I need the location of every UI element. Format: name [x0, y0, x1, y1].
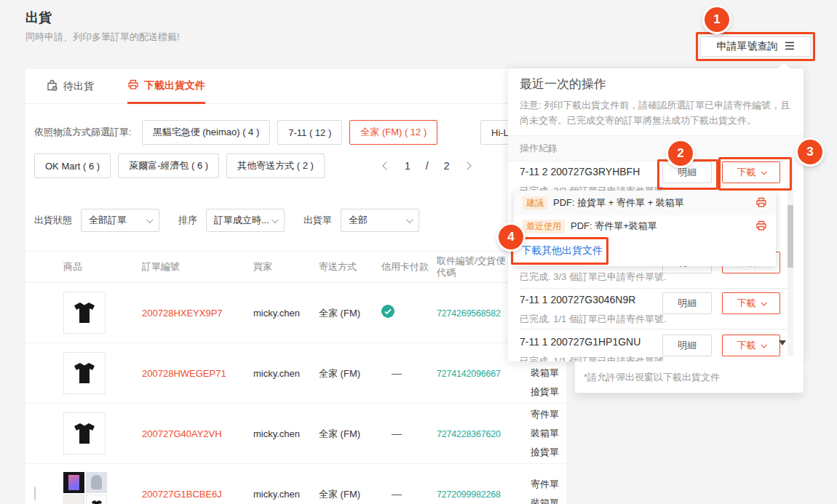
logistics-filter-row-2: OK Mart ( 6 ) 萊爾富-經濟包 ( 6 ) 其他寄送方式 ( 2 )…	[34, 153, 566, 178]
page-title: 出貨	[25, 9, 52, 26]
filter-okmart[interactable]: OK Mart ( 6 )	[34, 153, 111, 178]
step-badge-4: 4	[499, 225, 523, 249]
toolbar: 出貨狀態 全部訂單 排序 訂單成立時... 出貨單 全部	[34, 209, 438, 232]
scrollbar-thumb[interactable]	[788, 205, 793, 268]
header-product: 商品	[63, 260, 142, 273]
record-subtitle: 已完成. 1/1 個訂單已申請寄件單號.	[520, 355, 667, 361]
download-button[interactable]: 下載	[722, 335, 780, 356]
printer-icon	[755, 196, 767, 210]
order-id-link[interactable]: 200727G1BCBE6J	[142, 489, 222, 500]
divider	[520, 329, 792, 329]
filter-hilife-economy[interactable]: 萊爾富-經濟包 ( 6 )	[118, 153, 219, 178]
scroll-down-icon[interactable]	[779, 340, 786, 345]
chevron-down-icon	[146, 216, 154, 223]
chevron-down-icon	[761, 300, 766, 305]
detail-button[interactable]: 明細	[662, 335, 712, 356]
shipping-method: 全家 (FM)	[319, 308, 360, 319]
record-title: 7-11 1 200727G1HP1GNU	[520, 336, 640, 348]
step-badge-2: 2	[668, 141, 693, 166]
doc-line: 裝箱單	[531, 364, 566, 383]
current-page: 1	[405, 160, 410, 172]
tshirt-image	[70, 359, 99, 388]
step-badge-3: 3	[798, 140, 822, 164]
status-value: 全部訂單	[89, 214, 127, 227]
step-badge-1: 1	[705, 7, 729, 32]
menu-item-pdf-all[interactable]: 建議 PDF: 撿貨單 + 寄件單 + 裝箱單	[514, 191, 776, 215]
popup-footer-note: *請允許彈出視窗以下載出貨文件	[584, 371, 720, 384]
header-credit-card: 信用卡付款	[381, 260, 437, 273]
chevron-down-icon	[406, 216, 413, 223]
chevron-down-icon	[271, 216, 279, 223]
popup-note: 注意: 列印下載出貨文件前，請確認所選訂單已申請寄件編號，且尚未交寄。已完成交寄…	[520, 97, 792, 128]
sort-select[interactable]: 訂單成立時...	[206, 209, 285, 232]
filter-711[interactable]: 7-11 ( 12 )	[277, 120, 342, 145]
filter-familymart[interactable]: 全家 (FM) ( 12 )	[349, 120, 437, 145]
order-id-link[interactable]: 200727G40AY2VH	[142, 428, 222, 439]
menu-item-pdf-recent[interactable]: 最近使用 PDF: 寄件單+裝箱單	[514, 215, 776, 237]
shipping-method: 全家 (FM)	[319, 489, 360, 500]
download-button[interactable]: 下載	[722, 161, 780, 183]
download-button-label: 下載	[737, 339, 756, 352]
popup-caret	[777, 63, 790, 69]
shipping-method: 全家 (FM)	[319, 368, 360, 379]
buyer-name: micky.chen	[253, 308, 300, 319]
doc-line: 裝箱單	[531, 424, 566, 443]
download-options-menu: 建議 PDF: 撿貨單 + 寄件單 + 裝箱單 最近使用 PDF: 寄件單+裝箱…	[514, 191, 776, 266]
popup-footer: *請允許彈出視窗以下載出貨文件	[575, 361, 804, 393]
bag-clock-icon	[46, 79, 58, 94]
product-image	[63, 495, 84, 504]
header-buyer: 買家	[253, 260, 319, 273]
shipping-docs: 寄件單 裝箱單 撿貨單	[509, 404, 566, 463]
query-button-label: 申請單號查詢	[717, 40, 778, 53]
record-subtitle: 已完成. 3/3 個訂單已申請寄件單號.	[520, 271, 667, 284]
tab-download-docs-label: 下載出貨文件	[144, 79, 205, 92]
doc-line: 撿貨單	[531, 443, 566, 462]
detail-button[interactable]: 明細	[662, 161, 712, 183]
phone-image	[63, 472, 84, 493]
total-pages: 2	[444, 160, 450, 172]
table-row: 200727G1BCBE6J micky.chen 全家 (FM) — 7272…	[25, 464, 566, 504]
detail-button[interactable]: 明細	[662, 292, 712, 314]
filter-other-shipping[interactable]: 其他寄送方式 ( 2 )	[226, 153, 325, 178]
doc-select[interactable]: 全部	[341, 209, 419, 232]
next-page-icon[interactable]	[464, 161, 472, 169]
logistics-filter-row: 依照物流方式篩選訂單: 黑貓宅急便 (heimao) ( 4 ) 7-11 ( …	[34, 120, 566, 145]
doc-line: 裝箱單	[531, 494, 566, 504]
tab-to-ship[interactable]: 待出貨	[46, 69, 94, 104]
prev-page-icon[interactable]	[382, 161, 390, 169]
download-button[interactable]: 下載	[722, 292, 780, 314]
query-shipping-number-button[interactable]: 申請單號查詢	[700, 36, 811, 57]
header-pickup-code: 取件編號/交貨便代碼	[437, 255, 509, 279]
popup-title: 最近一次的操作	[520, 76, 606, 92]
header-shipping: 寄送方式	[319, 260, 381, 273]
credit-card-none: —	[381, 367, 402, 379]
orders-table: 商品 訂單編號 買家 寄送方式 信用卡付款 取件編號/交貨便代碼 200728H…	[25, 251, 566, 504]
pickup-code-link[interactable]: 7274142096667	[437, 369, 501, 379]
sort-label: 排序	[178, 214, 197, 227]
pickup-code-link[interactable]: 7274228367620	[437, 429, 501, 439]
download-other-docs-link[interactable]: 下載其他出貨文件	[521, 244, 603, 257]
row-checkbox[interactable]	[34, 487, 36, 500]
pickup-code-link[interactable]: 7274269568582	[437, 308, 501, 319]
tab-to-ship-label: 待出貨	[63, 80, 94, 93]
logistics-filter-label: 依照物流方式篩選訂單:	[34, 126, 132, 139]
filter-heimao[interactable]: 黑貓宅急便 (heimao) ( 4 )	[142, 120, 271, 145]
page-subtitle: 同時申請、列印多筆訂單的配送標籤!	[25, 31, 180, 44]
credit-card-none: —	[381, 428, 402, 439]
product-image	[63, 412, 106, 455]
header-order-id: 訂單編號	[142, 260, 253, 273]
hamburger-icon	[785, 41, 795, 52]
order-id-link[interactable]: 200728HWEGEP71	[142, 368, 226, 379]
pickup-code-link[interactable]: 7272099982268	[437, 489, 501, 500]
suggested-tag: 建議	[523, 196, 547, 210]
tab-download-docs[interactable]: 下載出貨文件	[127, 69, 205, 104]
table-row: 200728HXEYX9P7 micky.chen 全家 (FM) 727426…	[25, 283, 566, 343]
table-row: 200727G40AY2VH micky.chen 全家 (FM) — 7274…	[25, 404, 566, 464]
doc-line: 撿貨單	[531, 383, 566, 401]
printer-icon	[127, 79, 139, 92]
table-row: 200728HWEGEP71 micky.chen 全家 (FM) — 7274…	[25, 343, 566, 404]
credit-card-none: —	[381, 488, 402, 500]
order-id-link[interactable]: 200728HXEYX9P7	[142, 308, 223, 319]
status-select[interactable]: 全部訂單	[81, 209, 159, 232]
download-button-label: 下載	[737, 166, 756, 179]
